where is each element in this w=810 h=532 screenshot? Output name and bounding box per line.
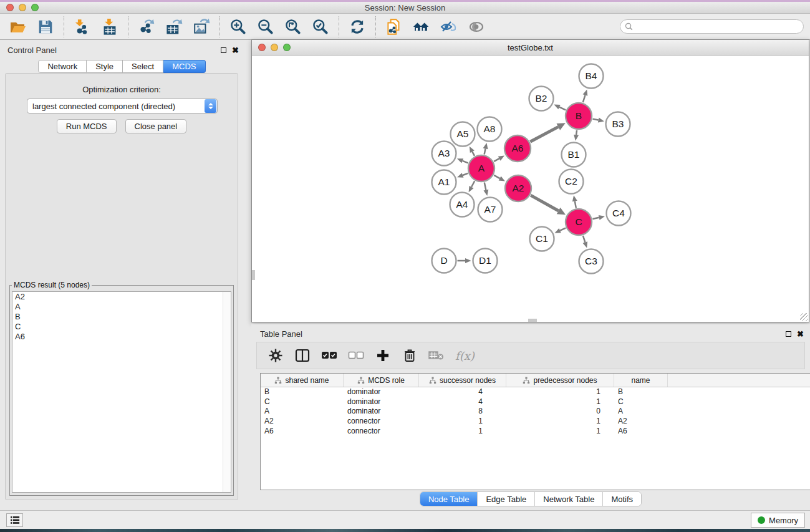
close-table-panel-icon[interactable]: ✖ bbox=[797, 331, 804, 337]
svg-text:D1: D1 bbox=[479, 255, 491, 266]
graph-node-D1[interactable]: D1 bbox=[473, 249, 498, 273]
table-row[interactable]: A6connector11A6 bbox=[261, 427, 810, 437]
graph-node-A2[interactable]: A2 bbox=[505, 175, 531, 201]
table-row[interactable]: Adominator80A bbox=[261, 407, 810, 417]
hide-selected-icon[interactable] bbox=[440, 17, 458, 36]
float-table-panel-icon[interactable] bbox=[786, 331, 791, 337]
graph-node-A3[interactable]: A3 bbox=[432, 142, 456, 166]
duplicate-network-icon[interactable] bbox=[385, 17, 403, 36]
close-panel-button[interactable]: Close panel bbox=[125, 119, 187, 133]
close-network-button[interactable] bbox=[258, 44, 266, 51]
result-list-item[interactable]: A6 bbox=[12, 332, 231, 342]
table-row[interactable]: Cdominator41C bbox=[261, 397, 810, 407]
run-mcds-button[interactable]: Run MCDS bbox=[57, 119, 117, 133]
split-view-icon[interactable] bbox=[294, 347, 311, 364]
svg-text:B: B bbox=[576, 110, 582, 121]
close-panel-icon[interactable]: ✖ bbox=[232, 47, 239, 53]
vertical-scroll-indicator[interactable] bbox=[252, 270, 255, 280]
graph-node-A1[interactable]: A1 bbox=[432, 170, 456, 195]
control-panel: Control Panel ✖ NetworkStyleSelectMCDS O… bbox=[0, 40, 244, 510]
search-input[interactable] bbox=[636, 21, 803, 32]
minimize-network-button[interactable] bbox=[271, 44, 278, 51]
task-history-button[interactable] bbox=[6, 513, 23, 527]
svg-text:A6: A6 bbox=[512, 143, 524, 153]
table-row[interactable]: Bdominator41B bbox=[261, 387, 810, 397]
graph-node-B2[interactable]: B2 bbox=[529, 87, 554, 111]
column-header-name[interactable]: name bbox=[614, 374, 668, 387]
search-box[interactable] bbox=[620, 19, 804, 34]
graph-node-C3[interactable]: C3 bbox=[579, 249, 604, 274]
graph-node-D[interactable]: D bbox=[432, 249, 456, 273]
tab-style[interactable]: Style bbox=[87, 60, 123, 73]
graph-node-A[interactable]: A bbox=[468, 155, 494, 181]
result-list-item[interactable]: A bbox=[12, 302, 231, 312]
show-graphics-icon[interactable] bbox=[467, 17, 486, 36]
export-image-icon[interactable] bbox=[192, 17, 211, 36]
criterion-dropdown[interactable]: largest connected component (directed) bbox=[27, 99, 218, 114]
network-window-titlebar[interactable]: testGlobe.txt bbox=[252, 40, 809, 56]
horizontal-scroll-indicator[interactable] bbox=[528, 319, 537, 322]
network-canvas[interactable]: A A6 A2 B C A1 A3 A4 A5 A7 A8 B1 B2 bbox=[252, 56, 809, 322]
import-table-icon[interactable] bbox=[100, 17, 119, 36]
tab-edge-table[interactable]: Edge Table bbox=[477, 492, 534, 506]
memory-button[interactable]: Memory bbox=[751, 513, 805, 528]
tab-mcds[interactable]: MCDS bbox=[163, 60, 205, 73]
add-column-icon[interactable] bbox=[375, 347, 391, 364]
column-header-predecessor-nodes[interactable]: predecessor nodes bbox=[506, 374, 614, 387]
select-all-icon[interactable] bbox=[321, 347, 337, 364]
graph-node-A8[interactable]: A8 bbox=[478, 117, 502, 142]
save-icon[interactable] bbox=[36, 17, 55, 36]
graph-node-B4[interactable]: B4 bbox=[579, 64, 604, 89]
deselect-all-icon[interactable] bbox=[348, 347, 364, 364]
zoom-out-icon[interactable] bbox=[256, 17, 275, 36]
column-header-shared-name[interactable]: shared name bbox=[261, 374, 344, 387]
graph-node-C[interactable]: C bbox=[566, 209, 592, 235]
gear-icon[interactable] bbox=[268, 347, 284, 364]
zoom-in-icon[interactable] bbox=[229, 17, 248, 36]
node-table[interactable]: shared nameMCDS rolesuccessor nodesprede… bbox=[260, 373, 810, 490]
hierarchy-icon bbox=[429, 377, 436, 384]
column-header-MCDS-role[interactable]: MCDS role bbox=[344, 374, 419, 387]
graph-node-A5[interactable]: A5 bbox=[451, 122, 475, 147]
minimize-window-button[interactable] bbox=[19, 4, 26, 11]
network-graph[interactable]: A A6 A2 B C A1 A3 A4 A5 A7 A8 B1 B2 bbox=[252, 56, 809, 322]
graph-node-B[interactable]: B bbox=[566, 103, 592, 129]
graph-node-A7[interactable]: A7 bbox=[478, 198, 503, 222]
float-panel-icon[interactable] bbox=[221, 47, 226, 53]
maximize-network-button[interactable] bbox=[283, 44, 291, 51]
tab-select[interactable]: Select bbox=[123, 60, 163, 73]
tab-node-table[interactable]: Node Table bbox=[420, 492, 478, 506]
tab-network[interactable]: Network bbox=[38, 60, 87, 73]
table-row[interactable]: A2connector11A2 bbox=[261, 417, 810, 427]
import-network-icon[interactable] bbox=[73, 17, 92, 36]
first-neighbors-icon[interactable] bbox=[412, 17, 431, 36]
zoom-selected-icon[interactable] bbox=[311, 17, 330, 36]
result-list-item[interactable]: B bbox=[12, 312, 231, 322]
trash-icon[interactable] bbox=[402, 347, 418, 364]
graph-node-C4[interactable]: C4 bbox=[607, 201, 631, 226]
table-cell-filler bbox=[668, 417, 810, 427]
main-toolbar bbox=[0, 14, 810, 40]
graph-node-B3[interactable]: B3 bbox=[606, 112, 630, 137]
column-header-successor-nodes[interactable]: successor nodes bbox=[419, 374, 506, 387]
result-list-scrollbar[interactable] bbox=[223, 292, 231, 492]
mcds-result-list[interactable]: A2ABCA6 bbox=[12, 291, 231, 493]
open-folder-icon[interactable] bbox=[9, 17, 27, 36]
resize-grip[interactable] bbox=[800, 313, 808, 321]
result-list-item[interactable]: C bbox=[12, 322, 231, 332]
export-table-icon[interactable] bbox=[165, 17, 183, 36]
zoom-fit-icon[interactable] bbox=[284, 17, 302, 36]
close-window-button[interactable] bbox=[6, 4, 14, 11]
tab-network-table[interactable]: Network Table bbox=[534, 492, 602, 506]
maximize-window-button[interactable] bbox=[31, 4, 39, 11]
result-list-item[interactable]: A2 bbox=[12, 292, 231, 302]
tab-motifs[interactable]: Motifs bbox=[602, 492, 641, 506]
refresh-icon[interactable] bbox=[348, 17, 367, 36]
graph-node-A4[interactable]: A4 bbox=[450, 193, 475, 217]
graph-node-B1[interactable]: B1 bbox=[562, 143, 586, 167]
graph-node-C2[interactable]: C2 bbox=[559, 170, 584, 194]
delete-table-icon[interactable] bbox=[428, 347, 445, 364]
graph-node-A6[interactable]: A6 bbox=[504, 135, 531, 162]
graph-node-C1[interactable]: C1 bbox=[530, 227, 554, 251]
export-network-icon[interactable] bbox=[137, 17, 156, 36]
